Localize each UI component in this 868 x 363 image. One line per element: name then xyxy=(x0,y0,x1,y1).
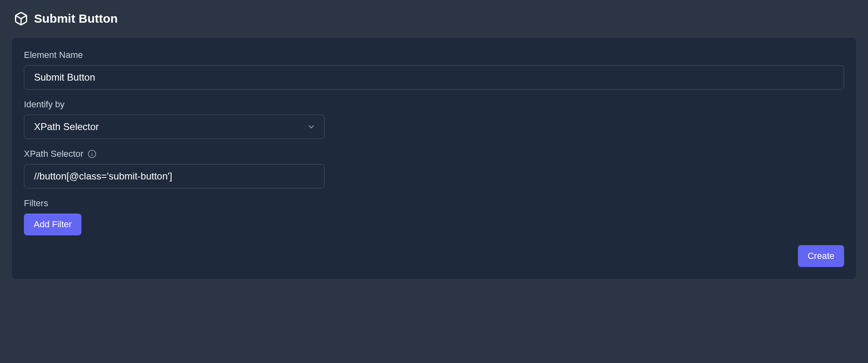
form-card: Element Name Identify by XPath Selector … xyxy=(11,37,857,280)
selector-label-row: XPath Selector xyxy=(24,149,844,159)
selector-group: XPath Selector xyxy=(24,149,844,188)
selector-input[interactable] xyxy=(24,164,325,188)
identify-by-label: Identify by xyxy=(24,99,844,110)
cube-icon xyxy=(14,11,28,26)
identify-by-select-wrapper: XPath Selector xyxy=(24,115,325,139)
create-button[interactable]: Create xyxy=(798,245,844,267)
add-filter-button[interactable]: Add Filter xyxy=(24,214,81,235)
filters-label: Filters xyxy=(24,198,844,209)
selector-label: XPath Selector xyxy=(24,149,83,159)
selector-input-wrapper xyxy=(24,164,325,188)
info-icon[interactable] xyxy=(88,149,96,158)
form-footer: Create xyxy=(24,245,844,267)
element-name-group: Element Name xyxy=(24,50,844,90)
element-name-input[interactable] xyxy=(24,65,844,90)
page-container: Submit Button Element Name Identify by X… xyxy=(0,0,868,291)
identify-by-group: Identify by XPath Selector xyxy=(24,99,844,139)
element-name-label: Element Name xyxy=(24,50,844,60)
header: Submit Button xyxy=(11,11,857,26)
identify-by-select[interactable]: XPath Selector xyxy=(24,115,325,139)
filters-section: Filters Add Filter xyxy=(24,198,844,235)
page-title: Submit Button xyxy=(34,12,118,26)
